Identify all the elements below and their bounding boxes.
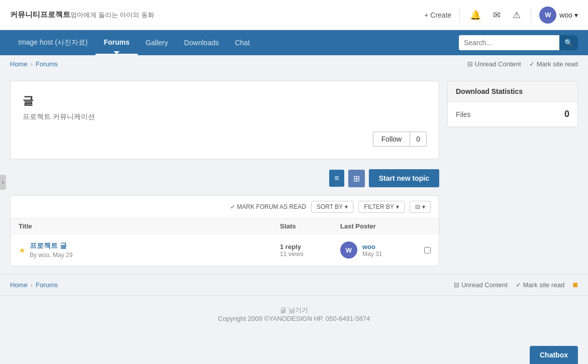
mark-forum-read-button[interactable]: ✓ MARK FORUM AS READ: [230, 203, 306, 210]
header-divider-2: [531, 8, 531, 23]
footer-unread-icon: ⊟: [454, 281, 459, 289]
follow-button[interactable]: Follow: [373, 132, 410, 147]
nav-item-forums[interactable]: Forums: [95, 30, 137, 55]
breadcrumb-separator: ›: [31, 60, 33, 68]
nav-item-image-host[interactable]: Image host (사진자료): [10, 30, 95, 55]
nav-item-downloads[interactable]: Downloads: [176, 30, 227, 55]
header-divider: [459, 8, 460, 23]
topic-title-cell: ★ 프로젝트 글 By woo, May 29: [19, 241, 280, 259]
reply-count: 1 reply: [280, 243, 340, 251]
star-icon[interactable]: ★: [19, 246, 26, 255]
nav-search: 🔍: [459, 35, 578, 50]
download-stats-body: Files 0: [448, 102, 577, 127]
sort-by-button[interactable]: SORT BY ▾: [311, 201, 353, 213]
nav-item-gallery[interactable]: Gallery: [138, 30, 176, 55]
nav-links: Image host (사진자료) Forums Gallery Downloa…: [10, 30, 258, 55]
stats-cell: 1 reply 11 views: [280, 243, 340, 258]
grid-options-button[interactable]: ⊟ ▾: [410, 201, 431, 213]
nav-bar: Image host (사진자료) Forums Gallery Downloa…: [0, 30, 588, 55]
notifications-icon[interactable]: 🔔: [468, 8, 483, 23]
search-input[interactable]: [459, 36, 559, 50]
col-title: Title: [19, 222, 280, 230]
col-stats: Stats: [280, 222, 340, 230]
footer-breadcrumb: Home › Forums: [10, 281, 58, 289]
poster-name[interactable]: woo: [362, 243, 382, 251]
row-checkbox[interactable]: [424, 247, 431, 254]
table-header: Title Stats Last Poster: [11, 218, 439, 234]
forum-title: 글: [23, 93, 427, 108]
content-area: 글 프로젝트 커뮤니케이션 Follow 0 ≡ ⊞ Start new top…: [10, 81, 439, 266]
forum-description: 프로젝트 커뮤니케이션: [23, 112, 427, 122]
header-right: + Create 🔔 ✉ ⚠ W woo ▾: [424, 7, 578, 24]
breadcrumb-bar-top: Home › Forums ⊟ Unread Content ✓ Mark si…: [0, 55, 588, 73]
grid-chevron-icon: ▾: [422, 203, 425, 210]
last-poster-cell: W woo May 31: [340, 241, 431, 259]
topic-name[interactable]: 프로젝트 글: [30, 241, 72, 251]
start-new-topic-button[interactable]: Start new topic: [369, 169, 439, 187]
breadcrumb-forums[interactable]: Forums: [36, 60, 58, 68]
breadcrumb: Home › Forums: [10, 60, 58, 68]
forum-header-card: 글 프로젝트 커뮤니케이션 Follow 0: [10, 81, 439, 159]
unread-icon: ⊟: [467, 60, 473, 68]
files-count: 0: [564, 109, 569, 119]
download-stats-title: Download Statistics: [448, 81, 577, 102]
messages-icon[interactable]: ✉: [491, 8, 503, 23]
footer-breadcrumb-bar: Home › Forums ⊟ Unread Content ✓ Mark si…: [0, 274, 588, 295]
table-row: ★ 프로젝트 글 By woo, May 29 1 reply 11 views…: [11, 234, 439, 266]
footer-title: 글 남기기: [10, 306, 578, 315]
user-avatar[interactable]: W: [539, 7, 556, 24]
filter-chevron-icon: ▾: [396, 203, 399, 210]
download-stats-card: Download Statistics Files 0: [447, 81, 578, 127]
unread-content-link[interactable]: ⊟ Unread Content: [467, 60, 521, 68]
footer-bc-actions: ⊟ Unread Content ✓ Mark site read ■: [454, 280, 578, 290]
topic-toolbar: ≡ ⊞ Start new topic: [10, 165, 439, 191]
poster-date: May 31: [362, 251, 382, 258]
forum-follow-row: Follow 0: [23, 132, 427, 147]
grid-view-button[interactable]: ⊞: [348, 170, 365, 187]
files-label: Files: [456, 110, 471, 118]
footer-breadcrumb-forums[interactable]: Forums: [36, 281, 58, 289]
list-view-button[interactable]: ≡: [329, 170, 344, 187]
footer-breadcrumb-home[interactable]: Home: [10, 281, 28, 289]
search-button[interactable]: 🔍: [559, 35, 578, 50]
files-stat-row: Files 0: [456, 109, 569, 119]
forum-table: ✓ MARK FORUM AS READ SORT BY ▾ FILTER BY…: [10, 195, 439, 266]
rss-icon[interactable]: ■: [572, 280, 578, 290]
follow-count: 0: [410, 132, 427, 147]
alerts-icon[interactable]: ⚠: [511, 8, 523, 23]
collapse-tab-button[interactable]: ›: [0, 175, 6, 190]
sidebar: Download Statistics Files 0: [447, 81, 578, 266]
top-header: 커뮤니티프로젝트엄마에게 들리는 아이의 동화 + Create 🔔 ✉ ⚠ W…: [0, 0, 588, 30]
poster-avatar: W: [340, 241, 357, 259]
breadcrumb-home[interactable]: Home: [10, 60, 28, 68]
footer-breadcrumb-separator: ›: [31, 281, 33, 289]
site-logo: 커뮤니티프로젝트엄마에게 들리는 아이의 동화: [10, 10, 154, 20]
main-container: 글 프로젝트 커뮤니케이션 Follow 0 ≡ ⊞ Start new top…: [0, 73, 588, 274]
page-footer: 글 남기기 Copyright 2009 ©YANODESIGN HP. 050…: [0, 295, 588, 332]
nav-item-chat[interactable]: Chat: [227, 30, 258, 55]
col-last-poster: Last Poster: [340, 222, 431, 230]
user-menu: W woo ▾: [539, 7, 578, 24]
breadcrumb-actions-top: ⊟ Unread Content ✓ Mark site read: [467, 60, 578, 68]
filter-by-button[interactable]: FILTER BY ▾: [358, 201, 405, 213]
footer-copyright: Copyright 2009 ©YANODESIGN HP. 050-6491-…: [10, 315, 578, 322]
footer-mark-site-read-link[interactable]: ✓ Mark site read: [516, 281, 564, 289]
create-button[interactable]: + Create: [424, 11, 451, 19]
mark-site-read-link[interactable]: ✓ Mark site read: [529, 60, 578, 68]
sort-chevron-icon: ▾: [345, 203, 348, 210]
check-icon: ✓: [529, 60, 535, 68]
user-name-button[interactable]: woo ▾: [559, 11, 578, 19]
topic-meta: By woo, May 29: [30, 252, 72, 259]
poster-info: woo May 31: [362, 243, 382, 258]
view-count: 11 views: [280, 251, 340, 258]
footer-unread-content-link[interactable]: ⊟ Unread Content: [454, 281, 508, 289]
forum-toolbar-row: ✓ MARK FORUM AS READ SORT BY ▾ FILTER BY…: [11, 196, 439, 218]
footer-check-icon: ✓: [516, 281, 521, 289]
